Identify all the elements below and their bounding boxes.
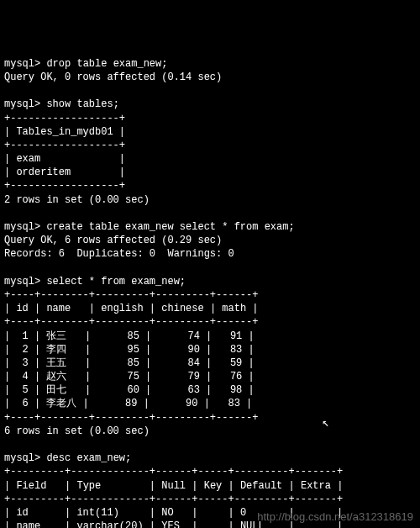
- cell: 85: [127, 330, 139, 342]
- cell: 89: [125, 398, 137, 409]
- command-drop: drop table exam_new;: [46, 58, 167, 70]
- cell: 6: [23, 398, 29, 409]
- prompt: mysql>: [4, 452, 40, 464]
- watermark: http://blog.csdn.net/a312318619: [257, 510, 413, 525]
- desc-col: Key: [204, 480, 223, 492]
- cell: int(11): [76, 507, 118, 519]
- cell: id: [16, 507, 28, 519]
- command-create: create table exam_new select * from exam…: [46, 221, 294, 233]
- prompt: mysql>: [4, 221, 40, 233]
- cell: 李四: [46, 344, 66, 356]
- cell: 王五: [46, 357, 66, 369]
- cell: 5: [23, 384, 29, 396]
- cell: 98: [230, 384, 242, 396]
- cell: 85: [127, 357, 139, 369]
- cell: 59: [230, 357, 242, 369]
- cell: 75: [127, 371, 139, 383]
- desc-col: Type: [76, 480, 101, 492]
- cell: NO: [161, 507, 173, 519]
- cell: varchar(20): [76, 520, 143, 528]
- records-create: Records: 6 Duplicates: 0 Warnings: 0: [4, 248, 234, 260]
- desc-col: Null: [161, 480, 186, 492]
- cell: 3: [23, 357, 29, 369]
- cell: 79: [187, 371, 199, 383]
- desc-col: Default: [240, 480, 282, 492]
- cell: 76: [230, 371, 242, 383]
- cell: 田七: [46, 384, 66, 396]
- cell: 0: [240, 507, 246, 519]
- col-english: english: [101, 303, 143, 314]
- command-select: select * from exam_new;: [46, 276, 186, 288]
- select-footer: 6 rows in set (0.00 sec): [4, 425, 150, 437]
- cell: 90: [186, 398, 197, 409]
- cell: 2: [23, 344, 29, 356]
- command-show: show tables;: [46, 98, 118, 110]
- terminal-output: mysql> drop table exam_new; Query OK, 0 …: [4, 57, 416, 528]
- col-math: math: [222, 303, 246, 314]
- cell: 60: [127, 384, 139, 396]
- cell: 赵六: [46, 371, 66, 383]
- show-row: orderitem: [16, 166, 71, 178]
- result-create: Query OK, 6 rows affected (0.29 sec): [4, 235, 222, 246]
- show-header: Tables_in_mydb01: [16, 126, 113, 138]
- cell: 4: [23, 371, 29, 383]
- result-drop: Query OK, 0 rows affected (0.14 sec): [4, 71, 222, 83]
- prompt: mysql>: [4, 98, 40, 110]
- col-chinese: chinese: [161, 303, 203, 314]
- prompt: mysql>: [4, 58, 40, 70]
- cell: YES: [161, 520, 180, 528]
- cell: 83: [230, 344, 242, 356]
- cell: 91: [230, 330, 242, 342]
- col-name: name: [46, 303, 71, 314]
- desc-col: Extra: [301, 480, 331, 492]
- prompt: mysql>: [4, 276, 40, 288]
- cell: 84: [187, 357, 199, 369]
- show-row: exam: [16, 153, 40, 165]
- desc-col: Field: [16, 480, 46, 492]
- cell: 90: [187, 344, 199, 356]
- cell: 张三: [46, 330, 66, 342]
- cell: 83: [228, 398, 239, 409]
- cell: 1: [23, 330, 29, 342]
- command-desc: desc exam_new;: [46, 452, 131, 464]
- cell: 李老八: [46, 398, 76, 409]
- cell: 95: [127, 344, 139, 356]
- cell: name: [16, 520, 40, 528]
- cell: 74: [187, 330, 199, 342]
- col-id: id: [16, 303, 28, 314]
- cell: 63: [187, 384, 199, 396]
- show-footer: 2 rows in set (0.00 sec): [4, 194, 150, 206]
